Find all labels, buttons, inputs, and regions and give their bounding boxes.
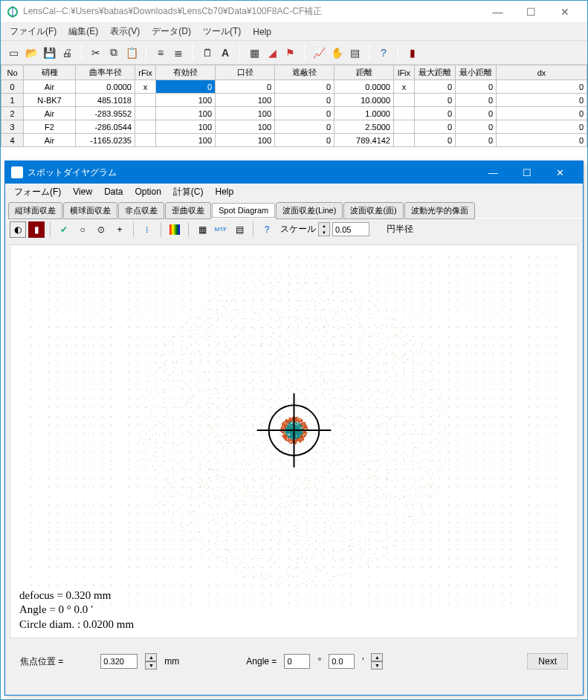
menu-view[interactable]: 表示(V)	[104, 22, 146, 41]
angle-min-input[interactable]	[329, 654, 355, 669]
svg-point-3989	[414, 481, 415, 482]
list1-icon[interactable]: ≡	[152, 45, 169, 61]
child-menu-calc[interactable]: 計算(C)	[167, 184, 210, 201]
font-icon[interactable]: A	[217, 45, 233, 61]
scale-spinner[interactable]: ▲▼	[318, 222, 330, 236]
calc-icon[interactable]: ▮	[404, 45, 421, 61]
col-glass[interactable]: 硝種	[24, 65, 76, 80]
prism-icon[interactable]: ◢	[264, 45, 280, 61]
col-aperture[interactable]: 口径	[216, 65, 275, 80]
note-icon[interactable]: 🗒	[199, 45, 216, 61]
child-menu-help[interactable]: Help	[210, 184, 240, 199]
svg-point-1779	[360, 513, 361, 514]
child-menu-data[interactable]: Data	[98, 184, 129, 199]
focus-input[interactable]	[100, 654, 138, 669]
tool-b-icon[interactable]: ▮	[28, 221, 45, 238]
chart-icon[interactable]: 📈	[311, 45, 327, 61]
tab-1[interactable]: 横球面収差	[63, 202, 117, 219]
table-row[interactable]: 3F2-286.054410010002.5000000	[1, 120, 587, 134]
minimize-button[interactable]: —	[481, 1, 514, 23]
grid2-icon[interactable]: ▦	[194, 221, 210, 238]
tab-7[interactable]: 波動光学的像面	[404, 202, 475, 219]
col-mind[interactable]: 最小距離	[456, 65, 497, 80]
col-lfix[interactable]: lFix	[394, 65, 415, 80]
svg-point-2524	[217, 435, 218, 435]
col-no[interactable]: No	[1, 65, 24, 80]
angle-spinner[interactable]: ▲▼	[371, 653, 383, 670]
svg-point-2688	[425, 467, 426, 467]
svg-point-4375	[375, 306, 375, 307]
col-dx[interactable]: dx	[497, 65, 587, 80]
col-obst[interactable]: 遮蔽径	[275, 65, 335, 80]
tab-5[interactable]: 波面収差(Line)	[276, 202, 343, 219]
mtf-icon[interactable]: MTF	[213, 221, 229, 238]
child-close-button[interactable]: ✕	[543, 161, 577, 184]
tab-2[interactable]: 非点収差	[118, 202, 164, 219]
tab-0[interactable]: 縦球面収差	[8, 202, 62, 219]
plus-icon[interactable]: +	[112, 221, 128, 238]
focus-spinner[interactable]: ▲▼	[145, 653, 157, 670]
open-icon[interactable]: 📂	[23, 45, 39, 61]
menu-data[interactable]: データ(D)	[146, 22, 197, 41]
next-button[interactable]: Next	[527, 653, 568, 670]
target-icon[interactable]: ⊙	[93, 221, 109, 238]
print-icon[interactable]: 🖨	[59, 45, 75, 61]
tab-3[interactable]: 歪曲収差	[165, 202, 211, 219]
copy-icon[interactable]: ⧉	[106, 45, 122, 61]
help2-icon[interactable]: ?	[259, 221, 275, 238]
menu-help[interactable]: Help	[247, 24, 277, 40]
col-effdia[interactable]: 有効径	[156, 65, 216, 80]
scale-input[interactable]	[332, 222, 369, 236]
flag-icon[interactable]: ⚑	[282, 45, 298, 61]
col-rfix[interactable]: rFix	[135, 65, 156, 80]
svg-point-2649	[282, 579, 282, 580]
table-row[interactable]: 2Air-283.955210010001.0000000	[1, 107, 587, 120]
svg-point-2309	[271, 594, 271, 594]
table-row[interactable]: 1N-BK7485.1018100100010.0000000	[1, 94, 587, 107]
svg-point-1403	[217, 460, 218, 461]
wave-icon[interactable]: ⫶	[139, 221, 155, 238]
svg-point-4022	[261, 343, 262, 344]
child-minimize-button[interactable]: —	[476, 161, 510, 184]
menu-edit[interactable]: 編集(E)	[62, 22, 104, 41]
cut-icon[interactable]: ✂	[88, 45, 104, 61]
lens-table[interactable]: No 硝種 曲率半径 rFix 有効径 口径 遮蔽径 距離 lFix 最大距離 …	[1, 65, 587, 147]
col-radius[interactable]: 曲率半径	[76, 65, 135, 80]
grid-icon[interactable]: ▦	[246, 45, 262, 61]
svg-point-1409	[271, 460, 271, 461]
close-button[interactable]: ✕	[548, 1, 581, 23]
tool-a-icon[interactable]: ◐	[10, 221, 26, 238]
svg-point-63	[39, 265, 40, 265]
child-menu-view[interactable]: View	[67, 184, 98, 199]
new-icon[interactable]: ▭	[5, 45, 22, 61]
col-dist[interactable]: 距離	[335, 65, 394, 80]
menu-file[interactable]: ファイル(F)	[4, 22, 62, 41]
help-icon[interactable]: ?	[375, 45, 392, 61]
check-icon[interactable]: ✔	[56, 221, 72, 238]
svg-point-2451	[235, 295, 236, 296]
col-maxd[interactable]: 最大距離	[415, 65, 456, 80]
paste-icon[interactable]: 📋	[123, 45, 140, 61]
table-row[interactable]: 4Air-1165.02351001000789.4142000	[1, 134, 587, 147]
angle-deg-input[interactable]	[284, 654, 310, 669]
spectrum-icon[interactable]	[167, 221, 183, 238]
maximize-button[interactable]: ☐	[514, 1, 548, 23]
menu-tool[interactable]: ツール(T)	[197, 22, 247, 41]
circle-icon[interactable]: ○	[74, 221, 91, 238]
table-row[interactable]: 0Air0.0000x0000.0000x000	[1, 80, 587, 94]
child-maximize-button[interactable]: ☐	[510, 161, 543, 184]
save-icon[interactable]: 💾	[41, 45, 57, 61]
svg-point-4248	[374, 304, 375, 305]
tab-6[interactable]: 波面収差(面)	[343, 202, 403, 219]
tab-4[interactable]: Spot Diagram	[212, 203, 275, 218]
list2-icon[interactable]: ≣	[170, 45, 187, 61]
child-menu-form[interactable]: フォーム(F)	[8, 184, 67, 201]
tool-icon[interactable]: ▤	[346, 45, 363, 61]
calc2-icon[interactable]: ▤	[231, 221, 248, 238]
hand-icon[interactable]: ✋	[329, 45, 345, 61]
child-menu-option[interactable]: Option	[129, 184, 167, 199]
svg-point-4099	[335, 550, 335, 551]
svg-point-4876	[227, 301, 227, 302]
svg-point-538	[529, 327, 529, 328]
svg-point-3050	[259, 514, 260, 515]
